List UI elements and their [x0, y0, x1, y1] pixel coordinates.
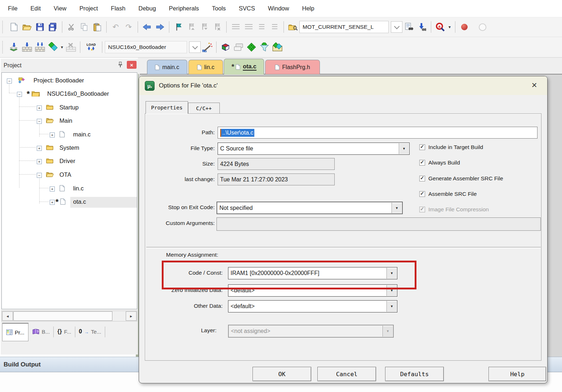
stop-on-exit-combobox[interactable]: Not specified [217, 202, 403, 214]
manage-components-cube-icon[interactable] [219, 41, 232, 54]
checkbox-generate-assembler-src[interactable]: Generate Assembler SRC File [419, 175, 503, 182]
tree-expander[interactable] [7, 78, 12, 84]
dropdown-arrow-icon[interactable] [399, 143, 409, 154]
run-time-environment-icon[interactable] [271, 41, 284, 54]
tab-templates-pane[interactable]: Te... [75, 323, 105, 340]
paste-icon[interactable] [91, 21, 104, 33]
uncomment-icon[interactable] [268, 21, 281, 33]
tree-item-main[interactable]: Main [59, 117, 72, 124]
dropdown-arrow-icon[interactable] [387, 268, 397, 279]
find-in-files-folder-icon[interactable] [286, 21, 299, 33]
undo-icon[interactable]: ↶ [109, 21, 122, 33]
tree-expander[interactable] [50, 186, 55, 192]
tab-lin-c[interactable]: lin.c [188, 60, 223, 74]
navigate-back-icon[interactable] [140, 21, 153, 33]
batch-build-caret[interactable] [59, 41, 64, 54]
copy-icon[interactable] [78, 21, 91, 33]
cancel-button[interactable]: Cancel [317, 367, 376, 381]
find-in-files-icon[interactable] [402, 21, 415, 33]
tab-functions-pane[interactable]: F... [54, 323, 75, 340]
dialog-titlebar[interactable]: s Options for File 'ota.c' [139, 76, 547, 95]
windows-layout-icon[interactable] [232, 41, 245, 54]
tree-expander[interactable] [50, 132, 55, 138]
batch-build-icon[interactable] [46, 41, 59, 54]
build-icon[interactable] [21, 41, 34, 54]
zero-initialized-data-combobox[interactable]: <default> [228, 284, 397, 297]
bookmark-prev-icon[interactable] [185, 21, 198, 33]
software-pack-diamond-icon[interactable] [245, 41, 258, 54]
dialog-close-icon[interactable] [529, 80, 539, 90]
menu-flash[interactable]: Flash [111, 5, 125, 12]
tab-project-pane[interactable]: Pr... [2, 323, 28, 341]
search-dropdown-button[interactable] [391, 21, 402, 33]
pin-icon[interactable] [118, 62, 123, 69]
tree-item-lin-c[interactable]: lin.c [73, 185, 84, 192]
cut-icon[interactable] [65, 21, 78, 33]
checkbox-include-in-target-build[interactable]: Include in Target Build [419, 144, 483, 150]
tree-expander[interactable] [37, 105, 42, 111]
scrollbar-thumb[interactable] [13, 311, 112, 321]
bookmark-next-icon[interactable] [198, 21, 211, 33]
target-dropdown-button[interactable] [189, 41, 201, 53]
check-icon[interactable] [419, 144, 425, 150]
defaults-button[interactable]: Defaults [385, 367, 444, 381]
tab-properties[interactable]: Properties [146, 101, 188, 114]
tree-expander[interactable] [37, 159, 42, 164]
menu-edit[interactable]: Edit [31, 5, 41, 12]
menu-project[interactable]: Project [80, 5, 98, 12]
tree-item-system[interactable]: System [59, 144, 79, 151]
menu-debug[interactable]: Debug [138, 5, 156, 12]
download-load-icon[interactable]: LOAD ★ [83, 41, 99, 54]
close-panel-icon[interactable] [127, 61, 137, 69]
menu-svcs[interactable]: SVCS [239, 5, 255, 12]
menu-window[interactable]: Window [268, 5, 289, 12]
tree-expander[interactable] [37, 119, 42, 124]
tree-expander[interactable] [37, 173, 42, 178]
scroll-right-button[interactable]: ► [126, 311, 137, 321]
menu-peripherals[interactable]: Peripherals [169, 5, 199, 12]
pack-filter-funnel-icon[interactable] [258, 41, 271, 54]
save-all-icon[interactable] [46, 21, 59, 33]
tree-item-main-c[interactable]: main.c [73, 131, 91, 138]
tree-item-project-bootloader[interactable]: Project: Bootloader [34, 77, 84, 84]
target-combobox[interactable]: NSUC16x0_Bootloader [105, 41, 187, 53]
menu-view[interactable]: View [54, 5, 66, 12]
dropdown-arrow-icon[interactable] [392, 203, 402, 213]
indent-icon[interactable] [229, 21, 242, 33]
scroll-left-button[interactable]: ◄ [2, 311, 13, 321]
code-const-combobox[interactable]: IRAM1 [0x20000000-0x20000FFF] [228, 267, 397, 279]
breakpoint-insert-icon[interactable] [458, 21, 471, 33]
navigate-forward-icon[interactable] [153, 21, 166, 33]
target-options-wand-icon[interactable] [201, 41, 214, 54]
find-magnifier-icon[interactable]: a [434, 21, 447, 33]
path-input[interactable]: ..\User\ota.c [218, 127, 538, 139]
dropdown-arrow-icon[interactable] [387, 301, 397, 312]
tree-item-ota[interactable]: OTA [59, 171, 71, 178]
tree-expander[interactable] [50, 200, 55, 205]
ok-button[interactable]: OK [253, 367, 311, 381]
menu-tools[interactable]: Tools [212, 5, 226, 12]
comment-icon[interactable] [255, 21, 268, 33]
horizontal-scrollbar[interactable]: ◄ ► [1, 311, 137, 321]
tree-item-driver[interactable]: Driver [59, 158, 75, 165]
check-icon[interactable] [419, 160, 425, 166]
tab-main-c[interactable]: main.c [147, 60, 187, 74]
rebuild-icon[interactable] [34, 41, 46, 54]
tree-item-startup[interactable]: Startup [59, 104, 79, 111]
find-dropdown-caret[interactable] [447, 21, 452, 33]
redo-icon[interactable]: ↷ [122, 21, 135, 33]
stop-build-icon[interactable] [64, 41, 77, 54]
tab-ota-c[interactable]: * ota.c [224, 59, 264, 75]
dropdown-arrow-icon[interactable] [387, 285, 397, 296]
check-icon[interactable] [419, 176, 425, 181]
help-button[interactable]: Help [489, 367, 546, 381]
open-folder-icon[interactable] [21, 21, 34, 33]
outdent-icon[interactable] [242, 21, 255, 33]
menu-file[interactable]: File [8, 5, 18, 12]
checkbox-assemble-src[interactable]: Assemble SRC File [419, 191, 477, 197]
tree-expander[interactable] [17, 92, 22, 97]
save-icon[interactable] [34, 21, 46, 33]
breakpoint-disable-icon[interactable] [476, 21, 489, 33]
incremental-find-icon[interactable] [415, 21, 428, 33]
menu-help[interactable]: Help [302, 5, 314, 12]
